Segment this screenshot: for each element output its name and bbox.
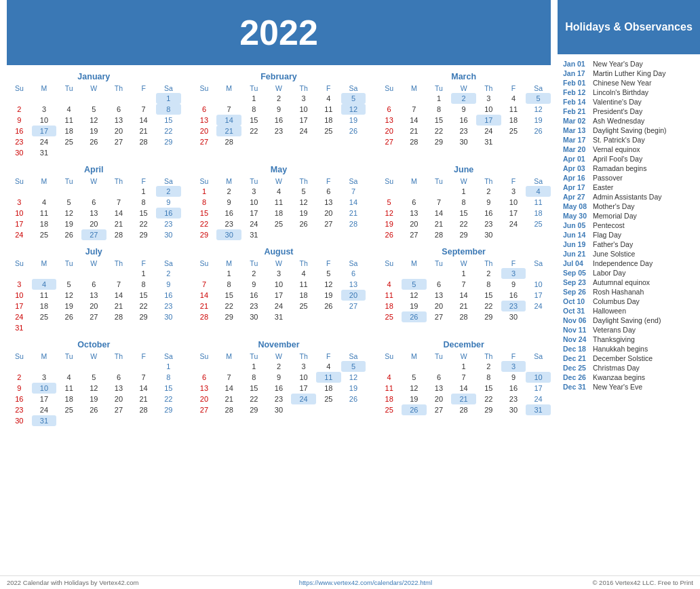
day-cell: 26	[56, 229, 81, 240]
day-cell	[427, 186, 452, 197]
day-cell: 20	[402, 218, 427, 229]
day-cell: 28	[451, 311, 476, 322]
holiday-date: Dec 31	[563, 383, 593, 391]
footer-url[interactable]: https://www.vertex42.com/calendars/2022.…	[299, 579, 432, 586]
day-cell	[56, 322, 81, 333]
day-cell: 23	[501, 301, 526, 311]
day-cell: 13	[192, 383, 217, 394]
day-cell: 17	[7, 301, 32, 311]
day-cell: 18	[267, 208, 292, 218]
day-cell: 14	[402, 115, 427, 126]
holiday-date: Dec 18	[563, 345, 593, 353]
day-cell: 4	[32, 197, 57, 208]
day-cell: 8	[192, 197, 217, 208]
day-cell	[32, 322, 57, 333]
day-cell	[56, 268, 81, 279]
day-cell: 23	[501, 394, 526, 404]
day-cell: 1	[451, 268, 476, 279]
day-cell	[81, 361, 106, 372]
day-cell: 19	[81, 394, 106, 404]
day-cell: 14	[216, 383, 241, 394]
day-cell: 11	[291, 279, 316, 290]
weekday-header: Sa	[526, 83, 551, 93]
holiday-item: Jan 01New Year's Day	[563, 60, 695, 68]
day-cell: 30	[7, 415, 32, 426]
month-table: SuMTuWThFSa12345678910111213141516171819…	[7, 83, 181, 158]
day-cell: 5	[56, 197, 81, 208]
month-table: SuMTuWThFSa12345678910111213141516171819…	[7, 259, 181, 333]
day-cell: 24	[267, 301, 292, 311]
day-cell: 7	[451, 372, 476, 383]
weekday-header: M	[216, 259, 241, 268]
day-cell: 20	[106, 394, 132, 404]
day-cell: 3	[501, 186, 526, 197]
holiday-name: Mother's Day	[593, 202, 635, 210]
day-cell: 13	[106, 115, 132, 126]
day-cell: 25	[316, 394, 341, 404]
day-cell	[341, 404, 366, 415]
day-cell	[526, 136, 551, 147]
day-cell: 15	[427, 115, 452, 126]
day-cell: 18	[32, 218, 57, 229]
day-cell: 29	[427, 136, 452, 147]
months-grid: JanuarySuMTuWThFSa1234567891011121314151…	[7, 72, 551, 426]
day-cell: 8	[427, 104, 452, 115]
weekday-header: Th	[291, 176, 316, 186]
day-cell: 30	[451, 136, 476, 147]
weekday-header: Tu	[241, 176, 267, 186]
holiday-date: Sep 05	[563, 269, 593, 277]
day-cell: 7	[216, 104, 241, 115]
day-cell: 21	[106, 218, 132, 229]
holiday-item: Jan 17Martin Luther King Day	[563, 69, 695, 77]
holiday-date: Mar 20	[563, 145, 593, 153]
day-cell: 28	[131, 404, 156, 415]
day-cell: 17	[7, 218, 32, 229]
weekday-header: Su	[192, 352, 217, 361]
holiday-item: Sep 26Rosh Hashanah	[563, 288, 695, 296]
holiday-date: Mar 13	[563, 126, 593, 134]
month-block-april: AprilSuMTuWThFSa123456789101112131415161…	[7, 165, 181, 240]
holiday-date: May 08	[563, 202, 593, 210]
weekday-header: F	[131, 259, 156, 268]
holiday-date: May 30	[563, 212, 593, 220]
holiday-date: Apr 01	[563, 155, 593, 163]
holiday-item: Nov 11Veterans Day	[563, 326, 695, 334]
day-cell: 15	[216, 290, 241, 301]
day-cell: 29	[192, 229, 217, 240]
month-table: SuMTuWThFSa12345678910111213141516171819…	[376, 83, 551, 147]
day-cell: 5	[81, 372, 106, 383]
day-cell: 31	[476, 136, 501, 147]
day-cell	[56, 147, 81, 158]
day-cell: 21	[427, 218, 452, 229]
weekday-header: F	[316, 352, 341, 361]
day-cell: 4	[267, 186, 292, 197]
day-cell: 3	[32, 372, 57, 383]
holiday-name: Daylight Saving (end)	[593, 316, 661, 324]
day-cell: 13	[341, 279, 366, 290]
day-cell: 11	[501, 104, 526, 115]
day-cell: 28	[402, 136, 427, 147]
day-cell: 22	[427, 126, 452, 136]
day-cell: 16	[476, 208, 501, 218]
day-cell: 5	[341, 93, 366, 104]
day-cell: 29	[131, 311, 156, 322]
day-cell: 8	[131, 197, 156, 208]
day-cell: 8	[241, 372, 267, 383]
day-cell: 11	[316, 372, 341, 383]
day-cell: 24	[476, 126, 501, 136]
day-cell: 24	[526, 301, 551, 311]
month-title: February	[192, 72, 366, 81]
day-cell: 3	[291, 361, 316, 372]
day-cell	[341, 229, 366, 240]
day-cell: 26	[526, 126, 551, 136]
day-cell	[106, 186, 132, 197]
holiday-date: Sep 26	[563, 288, 593, 296]
holiday-item: Sep 23Autumnal equinox	[563, 278, 695, 286]
day-cell: 2	[216, 186, 241, 197]
day-cell: 25	[32, 229, 57, 240]
day-cell: 23	[156, 301, 181, 311]
day-cell	[402, 186, 427, 197]
day-cell: 13	[316, 197, 341, 208]
day-cell	[106, 147, 132, 158]
holiday-item: Jun 21June Solstice	[563, 250, 695, 258]
